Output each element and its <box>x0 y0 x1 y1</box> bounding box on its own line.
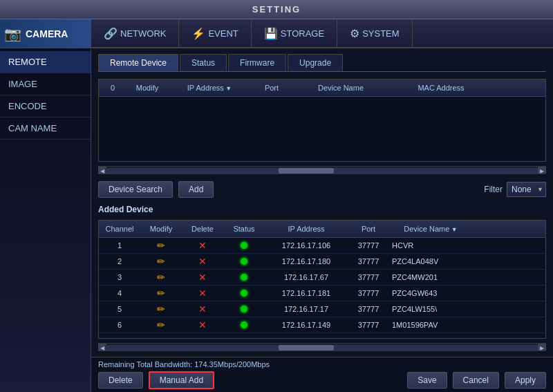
filter-area: Filter None IPC NVR DVR <box>484 182 546 197</box>
td-modify[interactable]: ✏ <box>140 317 182 333</box>
td-modify[interactable]: ✏ <box>140 286 182 301</box>
top-bar: SETTING <box>0 0 553 19</box>
tab-system[interactable]: ⚙ SYSTEM <box>337 19 412 47</box>
delete-icon[interactable]: ✕ <box>198 240 207 251</box>
cancel-button[interactable]: Cancel <box>453 372 499 389</box>
subtab-status[interactable]: Status <box>180 54 227 71</box>
sidebar: 📷 CAMERA REMOTE IMAGE ENCODE CAM NAME <box>0 19 91 392</box>
status-dot <box>241 258 247 265</box>
td-modify[interactable]: ✏ <box>140 270 182 285</box>
added-table-body: 1 ✏ ✕ 172.16.17.106 37777 HCVR 2 ✏ ✕ 172… <box>99 238 545 333</box>
added-col-device-name[interactable]: Device Name <box>389 223 472 234</box>
added-scroll-right[interactable]: ▶ <box>538 344 546 351</box>
added-col-channel: Channel <box>99 223 140 234</box>
td-port: 37777 <box>348 287 389 299</box>
td-delete[interactable]: ✕ <box>182 270 223 285</box>
sidebar-title: CAMERA <box>26 28 68 39</box>
col-modify: Modify <box>126 82 168 93</box>
scroll-thumb[interactable] <box>279 168 334 174</box>
sidebar-item-image[interactable]: IMAGE <box>0 73 91 95</box>
table-row: 3 ✏ ✕ 172.16.17.67 37777 PZC4MW201 <box>99 270 545 286</box>
sidebar-item-camname[interactable]: CAM NAME <box>0 118 91 140</box>
td-modify[interactable]: ✏ <box>140 301 182 317</box>
td-modify[interactable]: ✏ <box>140 254 182 269</box>
bottom-area: Remaining Total Bandwidth: 174.35Mbps/20… <box>91 357 553 392</box>
bandwidth-text: Remaining Total Bandwidth: 174.35Mbps/20… <box>98 360 546 368</box>
td-delete[interactable]: ✕ <box>182 254 223 269</box>
remote-table-header: 0 Modify IP Address Port Device Name MAC… <box>99 80 545 97</box>
status-dot <box>241 321 247 328</box>
added-scroll-track <box>105 345 539 351</box>
edit-icon[interactable]: ✏ <box>157 272 165 283</box>
manual-add-button[interactable]: Manual Add <box>149 371 214 389</box>
tab-network-label: NETWORK <box>120 28 166 39</box>
col-port: Port <box>251 82 292 93</box>
td-status <box>223 256 265 267</box>
tab-network[interactable]: 🔗 NETWORK <box>91 19 179 47</box>
td-channel: 2 <box>99 255 140 268</box>
delete-icon[interactable]: ✕ <box>198 272 207 283</box>
td-ip: 172.16.17.17 <box>265 303 348 315</box>
td-modify[interactable]: ✏ <box>140 238 182 253</box>
app-title: SETTING <box>252 4 301 15</box>
td-ip: 172.16.17.149 <box>265 319 348 331</box>
main-layout: 📷 CAMERA REMOTE IMAGE ENCODE CAM NAME 🔗 … <box>0 19 553 392</box>
td-delete[interactable]: ✕ <box>182 286 223 301</box>
filter-select[interactable]: None IPC NVR DVR <box>507 182 546 197</box>
td-status <box>223 288 265 299</box>
add-button[interactable]: Add <box>178 181 214 198</box>
table-row: 4 ✏ ✕ 172.16.17.181 37777 PZC4GW643 <box>99 286 545 301</box>
delete-icon[interactable]: ✕ <box>198 288 207 299</box>
td-channel: 6 <box>99 319 140 331</box>
delete-icon[interactable]: ✕ <box>198 319 207 330</box>
added-col-delete: Delete <box>182 223 223 234</box>
tab-event[interactable]: ⚡ EVENT <box>179 19 251 47</box>
added-device-table: Channel Modify Delete Status IP Address … <box>98 220 546 339</box>
event-icon: ⚡ <box>191 27 205 40</box>
td-device-name: PZC4MW201 <box>389 271 472 283</box>
scroll-track <box>105 168 539 174</box>
scroll-right-arrow[interactable]: ▶ <box>538 167 546 174</box>
tab-storage-label: STORAGE <box>281 28 324 39</box>
edit-icon[interactable]: ✏ <box>157 256 165 267</box>
delete-button[interactable]: Delete <box>98 372 143 389</box>
top-nav: 🔗 NETWORK ⚡ EVENT 💾 STORAGE ⚙ SYSTEM <box>91 19 553 48</box>
inner-content: Remote Device Status Firmware Upgrade 0 … <box>91 48 553 357</box>
status-dot <box>241 306 247 312</box>
tab-storage[interactable]: 💾 STORAGE <box>252 19 337 47</box>
td-delete[interactable]: ✕ <box>182 317 223 333</box>
edit-icon[interactable]: ✏ <box>157 288 165 299</box>
td-port: 37777 <box>348 255 389 268</box>
tab-system-label: SYSTEM <box>362 28 399 39</box>
apply-button[interactable]: Apply <box>505 372 546 389</box>
network-icon: 🔗 <box>104 27 118 40</box>
subtab-firmware[interactable]: Firmware <box>228 54 286 71</box>
remote-table-scrollbar[interactable]: ◀ ▶ <box>98 166 546 174</box>
subtab-upgrade[interactable]: Upgrade <box>288 54 343 71</box>
added-table-scrollbar[interactable]: ◀ ▶ <box>98 343 546 351</box>
added-scroll-thumb[interactable] <box>279 345 334 351</box>
col-device-name: Device Name <box>292 82 389 93</box>
td-channel: 5 <box>99 303 140 315</box>
td-device-name: PZC4LW155\ <box>389 303 472 315</box>
td-delete[interactable]: ✕ <box>182 238 223 253</box>
edit-icon[interactable]: ✏ <box>157 240 165 251</box>
col-ip[interactable]: IP Address <box>168 82 251 93</box>
edit-icon[interactable]: ✏ <box>157 304 165 315</box>
device-search-button[interactable]: Device Search <box>98 181 173 198</box>
sidebar-nav: REMOTE IMAGE ENCODE CAM NAME <box>0 48 91 140</box>
camera-icon: 📷 <box>4 26 21 42</box>
td-device-name: HCVR <box>389 239 472 252</box>
sidebar-item-encode[interactable]: ENCODE <box>0 95 91 118</box>
subtab-remote-device[interactable]: Remote Device <box>98 54 178 71</box>
td-port: 37777 <box>348 303 389 315</box>
edit-icon[interactable]: ✏ <box>157 319 165 330</box>
delete-icon[interactable]: ✕ <box>198 256 207 267</box>
td-channel: 4 <box>99 287 140 299</box>
status-dot <box>241 274 247 281</box>
sidebar-item-remote[interactable]: REMOTE <box>0 51 91 73</box>
delete-icon[interactable]: ✕ <box>198 304 207 315</box>
td-delete[interactable]: ✕ <box>182 301 223 317</box>
save-button[interactable]: Save <box>407 372 447 389</box>
added-table-header: Channel Modify Delete Status IP Address … <box>99 221 545 238</box>
